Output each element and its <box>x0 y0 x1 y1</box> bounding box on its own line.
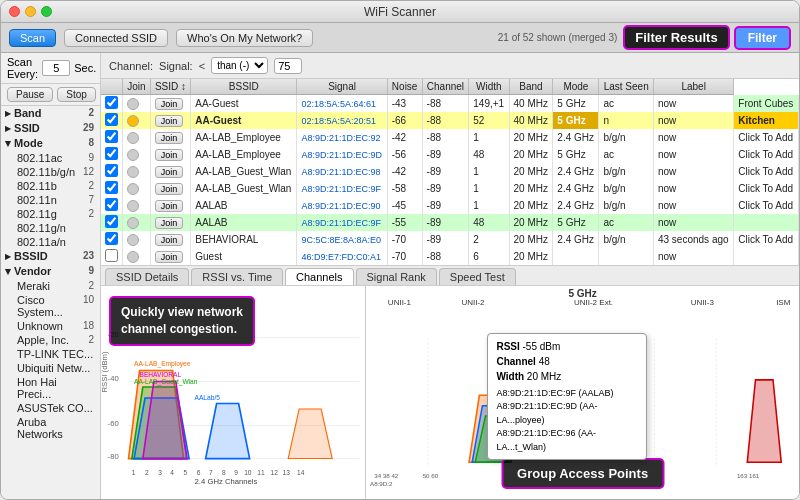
scan-every-input[interactable] <box>42 60 70 76</box>
row-ssid: AA-LAB_Guest_Wlan <box>191 163 297 180</box>
tab-speed-test[interactable]: Speed Test <box>439 268 516 285</box>
sidebar-item-aruba[interactable]: Aruba Networks <box>1 415 100 441</box>
unii3-label: UNII-3 <box>691 298 714 307</box>
filter-button[interactable]: Filter <box>734 26 791 50</box>
sidebar-item-ubiquiti[interactable]: Ubiquiti Netw... <box>1 361 100 375</box>
table-row[interactable]: Join AA-Guest 02:18:5A:5A:20:51 -66 -88 … <box>101 112 799 129</box>
table-row[interactable]: Join AALAB A8:9D:21:1D:EC:90 -45 -89 1 2… <box>101 197 799 214</box>
sidebar-item-vendor[interactable]: ▾ Vendor 9 <box>1 264 100 279</box>
row-checkbox[interactable] <box>101 180 123 197</box>
sidebar-80211b-label: 802.11b <box>17 180 57 192</box>
signal-comparator-select[interactable]: than (-) <box>211 57 268 74</box>
sidebar-item-unknown[interactable]: Unknown 18 <box>1 319 100 333</box>
row-width: 20 MHz <box>509 180 553 197</box>
row-noise: -88 <box>422 129 469 146</box>
stop-button[interactable]: Stop <box>57 87 96 102</box>
sidebar-item-80211an[interactable]: 802.11a/n <box>1 235 100 249</box>
table-row[interactable]: Join AA-LAB_Guest_Wlan A8:9D:21:1D:EC:9F… <box>101 180 799 197</box>
table-row[interactable]: Join AA-LAB_Guest_Wlan A8:9D:21:1D:EC:98… <box>101 163 799 180</box>
sidebar-item-asus[interactable]: ASUSTek CO... <box>1 401 100 415</box>
row-mode: b/g/n <box>599 197 654 214</box>
row-join[interactable]: Join <box>150 112 190 129</box>
channel-congestion-callout: Quickly view networkchannel congestion. <box>109 296 255 346</box>
row-checkbox[interactable] <box>101 197 123 214</box>
svg-marker-14 <box>288 409 332 459</box>
svg-text:12: 12 <box>271 469 279 476</box>
row-signal: -58 <box>387 180 422 197</box>
row-join[interactable]: Join <box>150 163 190 180</box>
row-join[interactable]: Join <box>150 146 190 163</box>
whos-on-network-button[interactable]: Who's On My Network? <box>176 29 313 47</box>
sidebar-item-80211b[interactable]: 802.11b 2 <box>1 179 100 193</box>
col-width: Width <box>469 79 509 95</box>
row-checkbox[interactable] <box>101 146 123 163</box>
row-join[interactable]: Join <box>150 231 190 248</box>
minimize-button[interactable] <box>25 6 36 17</box>
table-row[interactable]: Join AA-Guest 02:18:5A:5A:64:61 -43 -88 … <box>101 95 799 113</box>
svg-text:8: 8 <box>222 469 226 476</box>
table-row[interactable]: Join AA-LAB_Employee A8:9D:21:1D:EC:92 -… <box>101 129 799 146</box>
signal-label: Signal: <box>159 60 193 72</box>
scan-button[interactable]: Scan <box>9 29 56 47</box>
row-join[interactable]: Join <box>150 129 190 146</box>
tab-channels[interactable]: Channels <box>285 268 353 285</box>
row-checkbox[interactable] <box>101 129 123 146</box>
scan-every-bar: Scan Every: Sec. <box>1 53 100 84</box>
svg-text:50 60: 50 60 <box>423 472 439 479</box>
sidebar-item-cisco[interactable]: Cisco System... 10 <box>1 293 100 319</box>
sidebar-item-ssid[interactable]: ▸ SSID 29 <box>1 121 100 136</box>
sidebar-item-80211bgn[interactable]: 802.11b/g/n 12 <box>1 165 100 179</box>
connected-ssid-button[interactable]: Connected SSID <box>64 29 168 47</box>
row-mode: ac <box>599 146 654 163</box>
row-icon <box>123 146 151 163</box>
sidebar-item-band[interactable]: ▸ Band 2 <box>1 106 100 121</box>
row-join[interactable]: Join <box>150 214 190 231</box>
col-noise: Noise <box>387 79 422 95</box>
row-checkbox[interactable] <box>101 163 123 180</box>
row-join[interactable]: Join <box>150 248 190 265</box>
row-channel: 6 <box>469 248 509 265</box>
row-join[interactable]: Join <box>150 197 190 214</box>
sidebar-item-mode[interactable]: ▾ Mode 8 <box>1 136 100 151</box>
sidebar-item-80211n[interactable]: 802.11n 7 <box>1 193 100 207</box>
row-mode: ac <box>599 95 654 113</box>
sidebar-item-80211g[interactable]: 802.11g 2 <box>1 207 100 221</box>
svg-text:7: 7 <box>209 469 213 476</box>
pause-button[interactable]: Pause <box>7 87 53 102</box>
row-signal: -70 <box>387 248 422 265</box>
table-row[interactable]: Join Guest 46:D9:E7:FD:C0:A1 -70 -88 6 2… <box>101 248 799 265</box>
sidebar-item-bssid[interactable]: ▸ BSSID 23 <box>1 249 100 264</box>
row-checkbox[interactable] <box>101 231 123 248</box>
table-row[interactable]: Join AALAB A8:9D:21:1D:EC:9F -55 -89 48 … <box>101 214 799 231</box>
row-checkbox[interactable] <box>101 248 123 265</box>
sidebar-apple-count: 2 <box>88 334 94 346</box>
row-label: Kitchen <box>734 112 799 129</box>
table-row[interactable]: Join AA-LAB_Employee A8:9D:21:1D:EC:9D -… <box>101 146 799 163</box>
signal-value-input[interactable] <box>274 58 302 74</box>
sidebar-item-80211ac[interactable]: 802.11ac 9 <box>1 151 100 165</box>
row-ssid: AALAB <box>191 214 297 231</box>
sidebar-item-honhai[interactable]: Hon Hai Preci... <box>1 375 100 401</box>
row-checkbox[interactable] <box>101 214 123 231</box>
row-checkbox[interactable] <box>101 95 123 113</box>
tab-rssi-time[interactable]: RSSI vs. Time <box>191 268 283 285</box>
tab-ssid-details[interactable]: SSID Details <box>105 268 189 285</box>
sidebar-item-apple[interactable]: Apple, Inc. 2 <box>1 333 100 347</box>
row-label: Click To Add <box>734 146 799 163</box>
close-button[interactable] <box>9 6 20 17</box>
sidebar-item-tplink[interactable]: TP-LINK TEC... <box>1 347 100 361</box>
col-lastseen: Last Seen <box>599 79 654 95</box>
tab-bar: SSID Details RSSI vs. Time Channels Sign… <box>101 266 799 286</box>
fullscreen-button[interactable] <box>41 6 52 17</box>
row-signal: -56 <box>387 146 422 163</box>
row-checkbox[interactable] <box>101 112 123 129</box>
row-channel: 52 <box>469 112 509 129</box>
row-join[interactable]: Join <box>150 95 190 113</box>
sidebar-item-80211gn[interactable]: 802.11g/n <box>1 221 100 235</box>
sidebar-item-meraki[interactable]: Meraki 2 <box>1 279 100 293</box>
sidebar-cisco-label: Cisco System... <box>17 294 83 318</box>
col-signal: Signal <box>297 79 387 95</box>
tab-signal-rank[interactable]: Signal Rank <box>356 268 437 285</box>
table-row[interactable]: Join BEHAVIORAL 9C:5C:8E:8A:8A:E0 -70 -8… <box>101 231 799 248</box>
row-join[interactable]: Join <box>150 180 190 197</box>
